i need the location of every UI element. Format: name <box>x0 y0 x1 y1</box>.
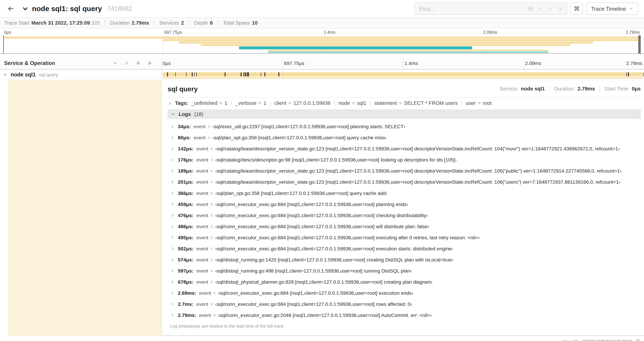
span-detail-panel: sql query Service: node sql1 | Duration:… <box>161 80 644 341</box>
log-entry[interactable]: 201μs:event=‹sql/catalog/lease/descripto… <box>168 176 641 187</box>
chevron-right-icon <box>170 280 175 284</box>
trace-summary-bar: Trace StartMarch 31 2022, 17:25:09.326Du… <box>0 17 644 29</box>
log-entry[interactable]: 142μs:event=‹sql/catalog/lease/descripto… <box>168 143 641 154</box>
time-tick-label: 1.4ms <box>404 61 418 66</box>
span-row-timeline[interactable] <box>162 70 644 80</box>
log-field-value: ‹sql/conn_executor_exec.go:684 [nsql1,cl… <box>215 301 412 307</box>
log-entry[interactable]: 2.69ms:event=‹sql/conn_executor_exec.go:… <box>168 287 641 298</box>
minimap-span-bar <box>179 42 593 44</box>
log-entry[interactable]: 189μs:event=‹sql/catalog/lease/descripto… <box>168 165 641 176</box>
trace-view-dropdown[interactable]: Trace Timeline <box>586 3 638 15</box>
trace-title: node sql1: sql query <box>32 4 102 13</box>
log-entry[interactable]: 597μs:event=‹sql/distsql_running.go:498 … <box>168 265 641 276</box>
chevron-right-icon[interactable] <box>124 61 129 66</box>
log-timestamp: 486μs: <box>178 223 193 229</box>
log-entry[interactable]: 80μs:event=‹sql/plan_opt.go:358 [nsql1,c… <box>168 132 641 143</box>
log-entry[interactable]: 459μs:event=‹sql/conn_executor_exec.go:6… <box>168 199 641 210</box>
minimap-span-bar <box>201 44 570 46</box>
chevron-up-icon[interactable] <box>538 6 544 11</box>
log-field-equals: = <box>208 201 215 207</box>
log-timestamp: 189μs: <box>178 168 193 174</box>
log-field-key: event <box>196 234 208 240</box>
chevron-down-icon[interactable] <box>112 61 118 66</box>
log-entry[interactable]: 176μs:event=‹sql/catalog/descs/descripto… <box>168 154 641 165</box>
tag-key: _unfinished <box>191 100 218 106</box>
log-field-equals: = <box>208 234 215 240</box>
log-entry[interactable]: 495μs:event=‹sql/conn_executor_exec.go:6… <box>168 232 641 243</box>
log-field-value: ‹sql/plan_opt.go:358 [nsql1,client=127.0… <box>215 190 387 196</box>
log-entry[interactable]: 486μs:event=‹sql/conn_executor_exec.go:6… <box>168 221 641 232</box>
log-entry[interactable]: 476μs:event=‹sql/conn_executor_exec.go:6… <box>168 210 641 221</box>
log-entry[interactable]: 678μs:event=‹sql/distsql_physical_planne… <box>168 276 641 287</box>
summary-suffix: .326 <box>90 20 100 26</box>
summary-label: Services <box>159 20 179 26</box>
keyboard-shortcuts-button[interactable]: ⌘ <box>570 3 583 15</box>
logs-accordion-header[interactable]: Logs (18) <box>168 109 641 119</box>
log-entry[interactable]: 366μs:event=‹sql/plan_opt.go:358 [nsql1,… <box>168 187 641 199</box>
tag-separator: | <box>330 100 338 106</box>
log-field-equals: = <box>208 190 215 196</box>
log-timestamp: 495μs: <box>178 234 193 240</box>
circle-plus-icon[interactable] <box>528 6 534 12</box>
span-operation-name: sql query <box>39 72 58 77</box>
minimap-left-handle[interactable] <box>3 35 4 53</box>
double-chevron-right-icon[interactable] <box>147 61 152 66</box>
log-text: event=‹sql/distsql_running.go:1420 [nsql… <box>196 257 453 262</box>
tag-value: 1 <box>264 100 266 106</box>
log-entry[interactable]: 574μs:event=‹sql/distsql_running.go:1420… <box>168 254 641 265</box>
chevron-down-icon[interactable] <box>3 72 8 77</box>
log-marker <box>278 72 279 77</box>
log-timestamp: 34μs: <box>178 124 190 129</box>
log-marker <box>260 72 261 77</box>
log-text: event=‹sql/conn_executor_exec.go:684 [ns… <box>196 301 412 307</box>
chevron-right-icon <box>168 101 172 105</box>
log-entry[interactable]: 34μs:event=‹sql/exec_util.go:2297 [nsql1… <box>168 121 641 132</box>
find-input[interactable] <box>420 6 528 12</box>
chevron-right-icon <box>170 257 175 262</box>
chevron-down-icon[interactable] <box>22 6 28 12</box>
tags-label: Tags: <box>175 100 188 106</box>
tags-accordion[interactable]: Tags: _unfinished=1|_verbose=1|client=12… <box>168 98 641 109</box>
log-timestamp: 2.79ms: <box>178 312 196 318</box>
span-detail-title: sql query <box>168 85 198 93</box>
back-button[interactable] <box>5 3 16 14</box>
log-entry[interactable]: 2.7ms:event=‹sql/conn_executor_exec.go:6… <box>168 298 641 309</box>
start-time-label: Start Time: <box>604 86 629 92</box>
log-text: event=‹sql/catalog/lease/descriptor_vers… <box>196 146 620 151</box>
time-tick-label: 2.09ms <box>483 30 497 35</box>
link-icon[interactable] <box>634 339 640 341</box>
log-marker <box>246 72 246 77</box>
chevron-right-icon <box>170 302 175 306</box>
find-bar <box>414 3 567 15</box>
log-timestamp: 201μs: <box>178 179 193 185</box>
log-field-key: event <box>196 279 208 285</box>
log-field-equals: = <box>208 279 215 285</box>
minimap-right-handle[interactable] <box>638 35 641 53</box>
log-field-equals: = <box>208 168 215 174</box>
log-entry[interactable]: 2.79ms:event=‹sql/conn_executor_exec.go:… <box>168 309 641 320</box>
log-text: event=‹sql/conn_executor_exec.go:684 [ns… <box>196 212 428 218</box>
tag-equals: = <box>350 100 357 106</box>
chevron-right-icon <box>170 124 175 129</box>
double-chevron-down-icon[interactable] <box>136 61 141 66</box>
tag-item: user=root <box>466 100 492 106</box>
summary-label: Total Spans <box>223 20 250 26</box>
minimap-span-bar <box>268 50 548 51</box>
log-field-value: ‹sql/catalog/descs/descriptor.go:98 [nsq… <box>215 157 456 163</box>
log-field-value: ‹sql/conn_executor_exec.go:684 [nsql1,cl… <box>215 201 408 207</box>
close-icon[interactable] <box>558 6 563 11</box>
separator: | <box>547 86 552 92</box>
log-field-value: ‹sql/conn_executor_exec.go:684 [nsql1,cl… <box>215 212 428 218</box>
time-tick-label: 2.79ms <box>626 30 640 35</box>
log-marker <box>192 72 192 77</box>
tag-separator: | <box>227 100 235 106</box>
log-field-value: ‹sql/catalog/lease/descriptor_version_st… <box>215 146 620 151</box>
log-entry[interactable]: 502μs:event=‹sql/conn_executor_exec.go:6… <box>168 243 641 254</box>
minimap-canvas[interactable] <box>3 35 641 53</box>
span-duration-bar[interactable] <box>163 72 643 77</box>
chevron-down-icon[interactable] <box>548 6 553 11</box>
span-name-cell[interactable]: node sql1 sql query <box>0 70 162 80</box>
span-row[interactable]: node sql1 sql query <box>0 70 644 80</box>
log-field-value: ‹sql/distsql_running.go:1420 [nsql1,clie… <box>215 257 453 262</box>
tag-separator: | <box>366 100 374 106</box>
